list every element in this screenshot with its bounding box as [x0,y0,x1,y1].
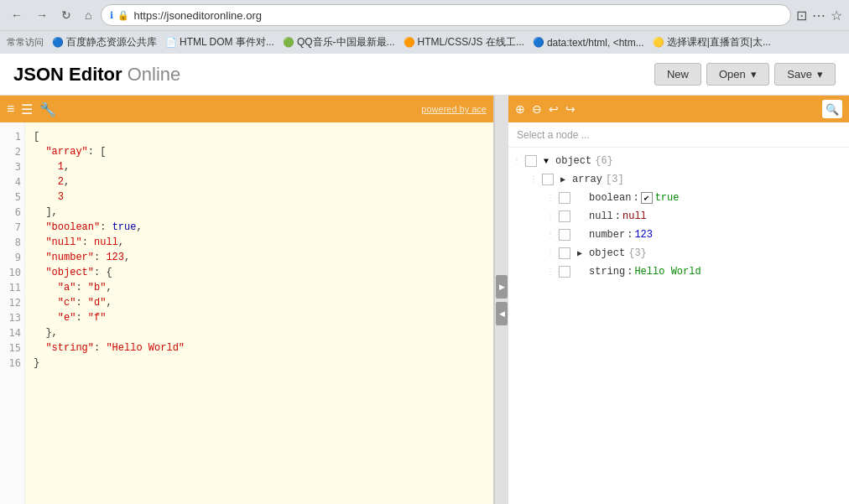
tree-checkbox-number[interactable] [559,229,570,241]
tree-key-root: object [555,155,591,167]
code-line-10: "object": { [34,265,485,280]
drag-handle-string[interactable]: ⋮⋮ [546,267,556,277]
panel-splitter[interactable]: ▶ ◀ [495,96,508,504]
drag-handle-array[interactable]: ⋮⋮ [529,174,539,184]
collapse-all-icon[interactable]: ⊖ [532,102,542,116]
expand-left-button[interactable]: ◀ [496,302,508,325]
tree-colon-boolean: : [633,192,638,204]
tree-value-null: null [622,210,647,222]
repair-icon[interactable]: 🔧 [39,101,56,117]
tree-row-root: ⋮⋮ ▼ object {6} [508,152,849,170]
tree-checkbox-root[interactable] [525,155,537,167]
app-header: JSON Editor Online New Open ▾ Save ▾ [0,54,849,96]
bookmark-item-4[interactable]: 🔵 data:text/html, <htm... [533,37,644,49]
tree-area: ⋮⋮ ▼ object {6} ⋮⋮ ▶ array [3] ⋮⋮ [508,148,849,504]
tree-expand-object[interactable]: ▶ [574,247,586,259]
browser-nav-bar: ← → ↻ ⌂ ℹ 🔒 https://jsoneditoronline.org… [0,0,849,30]
code-content[interactable]: [ "array": [ 1, 2, 3 ], "boolean": true,… [25,122,493,504]
bool-checkbox-icon: ✔ [641,192,653,204]
tree-type-object: {3} [628,247,647,259]
code-line-2: "array": [ [34,144,485,159]
qr-icon[interactable]: ⊡ [796,8,807,23]
code-line-16: } [34,356,485,371]
bookmark-icon[interactable]: ☆ [831,8,842,23]
tree-expand-root[interactable]: ▼ [540,155,552,167]
tree-row-number: ⋮⋮ number : 123 [542,226,849,244]
tree-value-string: Hello World [634,266,701,278]
expand-all-icon[interactable]: ⊕ [515,102,525,116]
save-button[interactable]: Save ▾ [774,63,836,86]
tree-row-string: ⋮⋮ string : Hello World [542,262,849,281]
tree-colon-null: : [615,210,621,222]
tree-type-root: {6} [595,155,613,167]
redo-icon[interactable]: ↪ [565,102,576,116]
more-menu-icon[interactable]: ⋯ [812,8,826,23]
tree-checkbox-boolean[interactable] [559,192,570,204]
undo-icon[interactable]: ↩ [549,102,559,116]
home-button[interactable]: ⌂ [81,7,96,23]
tree-row-object: ⋮⋮ ▶ object {3} [542,244,849,262]
address-bar[interactable]: ℹ 🔒 https://jsoneditoronline.org [101,4,791,26]
bookmark-item-5[interactable]: 🟡 选择课程|直播首页|太... [653,35,771,49]
tree-expand-array[interactable]: ▶ [557,174,569,185]
app-subtitle: Online [122,64,181,85]
left-panel: ≡ ☰ 🔧 powered by ace 1 2 3 4 5 6 7 8 9 1… [0,96,495,504]
select-node-text: Select a node ... [517,129,590,141]
refresh-button[interactable]: ↻ [57,7,76,23]
tree-checkbox-object[interactable] [559,247,570,259]
drag-handle-boolean[interactable]: ⋮⋮ [546,193,556,203]
tree-key-string: string [589,266,625,278]
tree-value-boolean: true [655,192,680,204]
search-box[interactable]: 🔍 [822,100,842,118]
right-toolbar: ⊕ ⊖ ↩ ↪ 🔍 [508,96,849,122]
expand-right-button[interactable]: ▶ [496,275,508,299]
drag-handle-object[interactable]: ⋮⋮ [546,248,556,258]
drag-handle[interactable]: ⋮⋮ [513,156,523,166]
left-toolbar-icons: ≡ ☰ 🔧 [7,101,56,117]
tree-row-boolean: ⋮⋮ boolean : ✔ true [542,189,849,207]
select-node-bar: Select a node ... [508,122,849,148]
left-toolbar: ≡ ☰ 🔧 powered by ace [0,96,493,122]
tree-checkbox-null[interactable] [559,210,570,222]
bookmark-item-0[interactable]: 🔵 百度静态资源公共库 [52,35,157,49]
tree-checkbox-string[interactable] [559,266,570,278]
code-line-7: "boolean": true, [34,220,485,235]
back-button[interactable]: ← [7,7,27,23]
bookmark-item-2[interactable]: 🟢 QQ音乐-中国最新最... [283,35,395,49]
code-line-1: [ [34,129,485,144]
tree-key-array: array [572,174,602,185]
new-button[interactable]: New [654,63,701,86]
right-toolbar-icons: ⊕ ⊖ ↩ ↪ [515,102,576,116]
forward-button[interactable]: → [32,7,52,23]
open-button[interactable]: Open ▾ [706,63,769,86]
tree-checkbox-array[interactable] [542,174,554,185]
lock-icon: 🔒 [117,10,129,21]
format-icon[interactable]: ≡ [7,101,14,117]
code-line-3: 1, [34,159,485,174]
tree-row-array: ⋮⋮ ▶ array [3] [525,170,849,189]
info-icon: ℹ [110,10,113,21]
tree-type-array: [3] [606,174,624,185]
drag-handle-number[interactable]: ⋮⋮ [546,230,556,240]
line-numbers: 1 2 3 4 5 6 7 8 9 10 11 12 13 14 15 16 [0,122,25,504]
tree-key-object: object [589,247,625,259]
main-area: ≡ ☰ 🔧 powered by ace 1 2 3 4 5 6 7 8 9 1… [0,96,849,504]
compact-icon[interactable]: ☰ [21,101,33,117]
right-panel: ⊕ ⊖ ↩ ↪ 🔍 Select a node ... ⋮⋮ ▼ object … [508,96,849,504]
code-line-14: }, [34,325,485,340]
code-line-8: "null": null, [34,235,485,250]
bookmarks-bar: 常常访问 🔵 百度静态资源公共库 📄 HTML DOM 事件对... 🟢 QQ音… [0,30,849,54]
code-line-6: ], [34,205,485,220]
tree-colon-number: : [627,229,633,241]
bookmark-item-1[interactable]: 📄 HTML DOM 事件对... [165,35,274,49]
code-editor-area: 1 2 3 4 5 6 7 8 9 10 11 12 13 14 15 16 [… [0,122,493,504]
code-line-5: 3 [34,190,485,205]
bookmark-item-3[interactable]: 🟠 HTML/CSS/JS 在线工... [404,35,524,49]
powered-by-link[interactable]: powered by ace [421,104,487,114]
app-title: JSON Editor Online [13,64,180,86]
drag-handle-null[interactable]: ⋮⋮ [546,211,556,221]
code-line-11: "a": "b", [34,280,485,295]
tree-key-boolean: boolean [589,192,631,204]
code-line-15: "string": "Hello World" [34,340,485,356]
bookmark-label: 常常访问 [7,36,44,49]
